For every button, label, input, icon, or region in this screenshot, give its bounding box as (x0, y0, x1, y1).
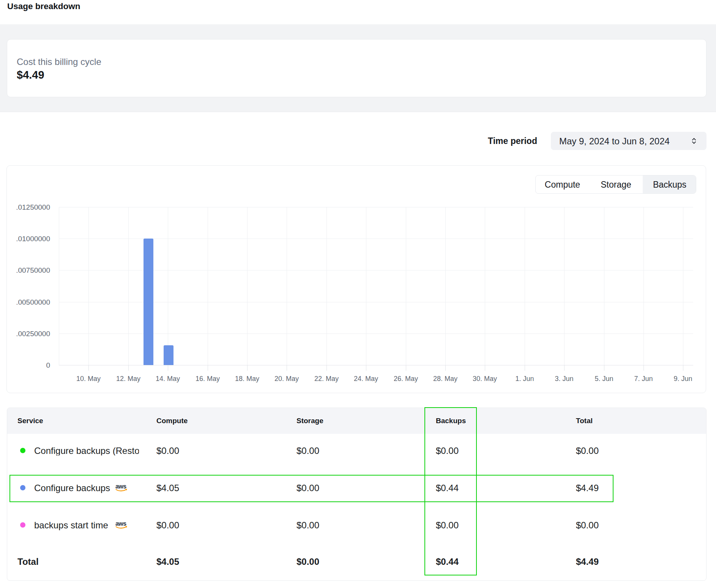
svg-text:aws: aws (115, 520, 126, 527)
